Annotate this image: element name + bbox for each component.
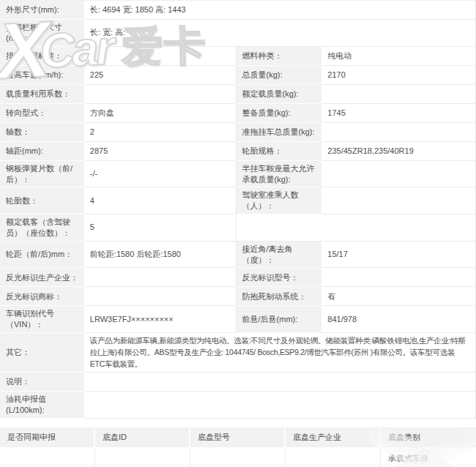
spec-label: 轮胎数：: [0, 187, 84, 214]
spec-label: 反光标识商标：: [0, 287, 84, 306]
table-cell: [286, 447, 381, 467]
spec-value: 方向盘: [84, 104, 236, 123]
spec-label: 油耗申报值(L/100km):: [0, 392, 84, 419]
table-cell: [190, 447, 286, 467]
column-header: 底盘生产企业: [286, 427, 381, 447]
spec-label: 说明：: [0, 373, 84, 392]
chassis-table-body: 承载式车身: [0, 447, 476, 467]
spec-label: 最高车速(km/h):: [0, 66, 84, 85]
spec-label: 整备质量(kg):: [236, 104, 322, 123]
spec-row: 反光标识生产企业：反光标识型号：: [0, 268, 475, 287]
spec-row: 外形尺寸(mm):长: 4694 宽: 1850 高: 1443: [0, 1, 475, 20]
spec-label: 额定载质量(kg):: [236, 85, 322, 104]
spec-label: 车辆识别代号（VIN）：: [0, 306, 84, 333]
chassis-table-header: 是否同期申报底盘ID底盘型号底盘生产企业底盘类别: [0, 427, 476, 447]
table-cell: [0, 447, 95, 467]
spec-label: 轮距（前/后)mm：: [0, 242, 84, 269]
spec-value: [321, 85, 475, 104]
spec-label: 总质量(kg):: [236, 66, 322, 85]
spec-value: 1745: [321, 104, 475, 123]
spec-row: 轮胎数：4驾驶室准乘人数（人）：: [0, 187, 475, 214]
spec-label: 轴数：: [0, 123, 84, 142]
table-gap: [0, 419, 476, 427]
spec-value: -/-: [84, 161, 236, 188]
spec-row: 额定载客（含驾驶员）（座位数）：5: [0, 214, 475, 242]
spec-label: 前悬/后悬(mm):: [236, 306, 322, 333]
spec-label: 货箱栏板内尺寸(mm):: [0, 20, 84, 47]
spec-row: 最高车速(km/h):225总质量(kg):2170: [0, 66, 475, 85]
spec-row: 轴距(mm):2875轮胎规格：235/45ZR18,235/40R19: [0, 142, 475, 161]
spec-value: 841/978: [321, 306, 475, 333]
spec-label: 钢板弹簧片数（前/后）：: [0, 161, 84, 188]
spec-value: [84, 373, 475, 392]
spec-row: 说明：: [0, 373, 475, 392]
spec-value: 15/17: [321, 242, 475, 269]
spec-label: 外形尺寸(mm):: [0, 1, 84, 20]
spec-value: [84, 47, 236, 66]
spec-value: [321, 161, 475, 188]
spec-value: 纯电动: [321, 47, 475, 66]
spec-value: 235/45ZR18,235/40R19: [321, 142, 475, 161]
spec-value: 2875: [84, 142, 236, 161]
spec-label: 额定载客（含驾驶员）（座位数）：: [0, 214, 84, 242]
table-cell: 承载式车身: [381, 447, 476, 467]
spec-label: 反光标识型号：: [236, 268, 322, 287]
spec-row: 载质量利用系数：额定载质量(kg):: [0, 85, 475, 104]
spec-label: 防抱死制动系统：: [236, 287, 322, 306]
spec-value: 长: 4694 宽: 1850 高: 1443: [84, 1, 475, 20]
table-row: 承载式车身: [0, 447, 476, 467]
spec-row: 钢板弹簧片数（前/后）：-/-半挂车鞍座最大允许承载质量(kg):: [0, 161, 475, 188]
spec-row: 轮距（前/后)mm：前轮距:1580 后轮距:1580接近角/离去角（度）：15…: [0, 242, 475, 269]
column-header: 底盘型号: [190, 427, 286, 447]
chassis-table: 是否同期申报底盘ID底盘型号底盘生产企业底盘类别 承载式车身: [0, 427, 476, 467]
spec-label: 燃料种类：: [236, 47, 322, 66]
column-header: 是否同期申报: [0, 427, 95, 447]
spec-row: 其它：该产品为新能源车辆,新能源类型为纯电动。选装:不同尺寸及外观轮辋。储能装置…: [0, 333, 475, 373]
spec-value: [321, 268, 475, 287]
vehicle-spec-table: 外形尺寸(mm):长: 4694 宽: 1850 高: 1443货箱栏板内尺寸(…: [0, 0, 476, 419]
column-header: 底盘ID: [95, 427, 190, 447]
spec-row: 排放依据标准：燃料种类：纯电动: [0, 47, 475, 66]
spec-row: 车辆识别代号（VIN）：LRW3E7FJ×××××××××前悬/后悬(mm):8…: [0, 306, 475, 333]
spec-value: 有: [321, 287, 475, 306]
spec-value: 2: [84, 123, 236, 142]
spec-value: [321, 123, 475, 142]
spec-label: 半挂车鞍座最大允许承载质量(kg):: [236, 161, 322, 188]
spec-label: 接近角/离去角（度）：: [236, 242, 322, 269]
spec-value: [84, 85, 236, 104]
spec-row: 货箱栏板内尺寸(mm):长: 宽: 高:: [0, 20, 475, 47]
spec-value: 225: [84, 66, 236, 85]
spec-label: 驾驶室准乘人数（人）：: [236, 187, 322, 214]
spec-value: [84, 287, 236, 306]
spec-row: 油耗申报值(L/100km):: [0, 392, 475, 419]
spec-value: 4: [84, 187, 236, 214]
spec-value: 5: [84, 214, 236, 242]
spec-label: 转向型式：: [0, 104, 84, 123]
spec-empty-cell: [236, 214, 475, 242]
spec-row: 轴数：2准拖挂车总质量(kg):: [0, 123, 475, 142]
spec-value: LRW3E7FJ×××××××××: [84, 306, 236, 333]
spec-label: 准拖挂车总质量(kg):: [236, 123, 322, 142]
vehicle-declaration-page: 外形尺寸(mm):长: 4694 宽: 1850 高: 1443货箱栏板内尺寸(…: [0, 0, 476, 467]
spec-row: 反光标识商标：防抱死制动系统：有: [0, 287, 475, 306]
spec-value: 该产品为新能源车辆,新能源类型为纯电动。选装:不同尺寸及外观轮辋。储能装置种类:…: [84, 333, 475, 373]
spec-value: [84, 392, 475, 419]
spec-value: [321, 187, 475, 214]
spec-label: 其它：: [0, 333, 84, 373]
spec-label: 排放依据标准：: [0, 47, 84, 66]
column-header: 底盘类别: [381, 427, 476, 447]
spec-label: 轴距(mm):: [0, 142, 84, 161]
spec-label: 轮胎规格：: [236, 142, 322, 161]
spec-label: 载质量利用系数：: [0, 85, 84, 104]
spec-value: 前轮距:1580 后轮距:1580: [84, 242, 236, 269]
spec-value: [84, 268, 236, 287]
spec-value: 2170: [321, 66, 475, 85]
spec-row: 转向型式：方向盘整备质量(kg):1745: [0, 104, 475, 123]
spec-value: 长: 宽: 高:: [84, 20, 475, 47]
spec-label: 反光标识生产企业：: [0, 268, 84, 287]
table-cell: [95, 447, 190, 467]
